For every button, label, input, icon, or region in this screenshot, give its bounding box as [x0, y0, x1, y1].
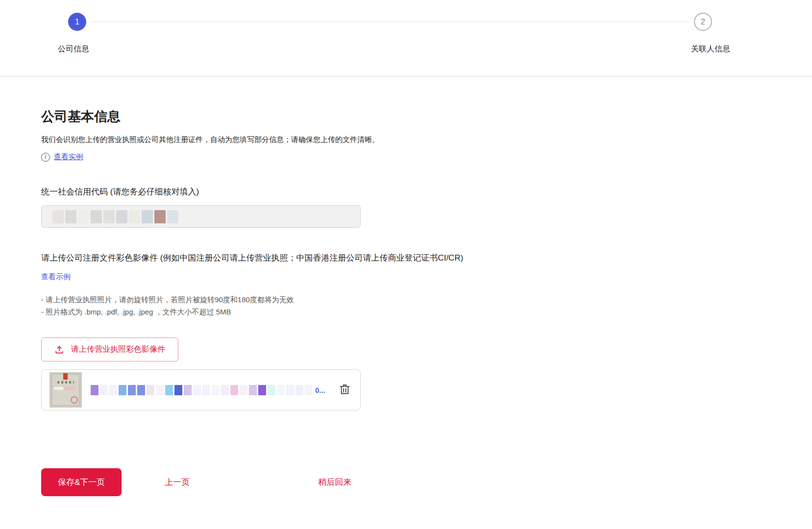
section-description: 我们会识别您上传的营业执照或公司其他注册证件，自动为您填写部分信息；请确保您上传… [41, 135, 812, 144]
step-1-label: 公司信息 [58, 44, 89, 54]
file-name-masked [91, 385, 313, 395]
upload-license-button[interactable]: 请上传营业执照彩色影像件 [41, 337, 178, 361]
business-license-thumbnail[interactable] [49, 372, 82, 408]
view-sample-link[interactable]: 查看示例 [41, 272, 71, 281]
step-2-number: 2 [701, 18, 705, 26]
upload-section-label: 请上传公司注册文件彩色影像件 (例如中国注册公司请上传营业执照；中国香港注册公司… [41, 252, 812, 264]
upload-note-1: - 请上传营业执照照片，请勿旋转照片，若照片被旋转90度和180度都将为无效 [41, 293, 812, 306]
page-title: 公司基本信息 [41, 108, 812, 125]
info-circle-icon: i [41, 153, 50, 162]
step-1-indicator: 1 [68, 13, 86, 31]
upload-button-label: 请上传营业执照彩色影像件 [71, 344, 165, 355]
uploaded-file-card: 0... [41, 369, 361, 410]
upload-notes: - 请上传营业执照照片，请勿旋转照片，若照片被旋转90度和180度都将为无效 -… [41, 293, 812, 318]
view-example-link[interactable]: 查看实例 [54, 152, 83, 162]
previous-page-button[interactable]: 上一页 [165, 477, 190, 488]
form-footer: 保存&下一页 上一页 稍后回来 [41, 468, 812, 496]
step-2-label: 关联人信息 [678, 44, 730, 54]
come-back-later-button[interactable]: 稍后回来 [318, 477, 351, 488]
credit-code-input[interactable] [41, 205, 361, 228]
credit-code-label: 统一社会信用代码 (请您务必仔细核对填入) [41, 186, 812, 197]
upload-note-2: - 照片格式为 .bmp, .pdf, .jpg, .jpeg ，文件大小不超过… [41, 306, 812, 318]
save-next-button[interactable]: 保存&下一页 [41, 468, 122, 496]
trash-icon [338, 383, 351, 396]
delete-file-button[interactable] [337, 382, 352, 398]
upload-icon [54, 345, 64, 355]
company-basic-info-form: 公司基本信息 我们会识别您上传的营业执照或公司其他注册证件，自动为您填写部分信息… [0, 108, 812, 496]
uploaded-file-name: 0... [91, 385, 328, 395]
progress-stepper: 1 2 公司信息 关联人信息 [0, 0, 812, 76]
step-1-number: 1 [75, 18, 79, 26]
file-name-tail: 0... [315, 386, 325, 394]
stepper-connector-line [91, 22, 690, 22]
credit-code-masked-value [52, 210, 178, 223]
step-2-indicator: 2 [694, 13, 712, 31]
